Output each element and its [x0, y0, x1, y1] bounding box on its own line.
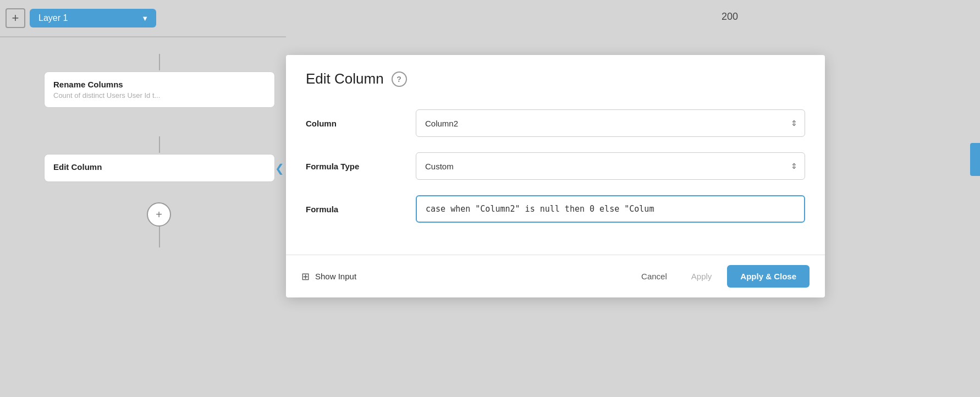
formula-field-row: Formula: [306, 195, 805, 223]
footer-actions: Cancel Apply Apply & Close: [632, 265, 810, 288]
right-panel-tab[interactable]: [970, 143, 980, 176]
formula-input[interactable]: [416, 195, 805, 223]
table-icon: ⊞: [301, 271, 310, 283]
connector-line-1: [159, 54, 160, 70]
column-number: 200: [722, 11, 738, 23]
column-select[interactable]: Column2: [416, 109, 805, 137]
apply-and-close-button[interactable]: Apply & Close: [727, 265, 810, 288]
edit-column-modal: Edit Column ? Column Column2 ⇕ Formula T…: [286, 55, 825, 297]
add-layer-button[interactable]: +: [5, 8, 25, 28]
formula-control: [416, 195, 805, 223]
layer-dropdown-arrow-icon: ▼: [141, 14, 148, 23]
show-input-label: Show Input: [315, 272, 356, 281]
edit-column-title: Edit Column: [53, 162, 266, 172]
formula-type-control: Custom ⇕: [416, 152, 805, 180]
top-bar: + Layer 1 ▼: [0, 0, 286, 37]
formula-type-label: Formula Type: [306, 162, 416, 171]
modal-header: Edit Column ?: [286, 55, 825, 98]
cancel-button[interactable]: Cancel: [632, 266, 676, 286]
rename-columns-title: Rename Columns: [53, 80, 266, 89]
rename-columns-node[interactable]: Rename Columns Count of distinct Users U…: [44, 71, 275, 108]
formula-type-field-row: Formula Type Custom ⇕: [306, 152, 805, 180]
layer-dropdown[interactable]: Layer 1 ▼: [30, 9, 156, 27]
rename-columns-subtitle: Count of distinct Users User Id t...: [53, 91, 266, 100]
column-control: Column2 ⇕: [416, 109, 805, 137]
apply-button[interactable]: Apply: [682, 266, 721, 286]
connector-line-2: [159, 136, 160, 153]
column-field-row: Column Column2 ⇕: [306, 109, 805, 137]
edit-column-node[interactable]: Edit Column ❮: [44, 154, 275, 182]
node-expand-arrow-icon: ❮: [275, 162, 284, 175]
layer-name-label: Layer 1: [38, 13, 68, 23]
formula-label: Formula: [306, 205, 416, 214]
modal-footer: ⊞ Show Input Cancel Apply Apply & Close: [286, 255, 825, 297]
formula-type-select[interactable]: Custom: [416, 152, 805, 180]
show-input-area[interactable]: ⊞ Show Input: [301, 271, 356, 283]
modal-title: Edit Column: [306, 70, 384, 87]
modal-body: Column Column2 ⇕ Formula Type Custom ⇕ F…: [286, 98, 825, 255]
help-icon[interactable]: ?: [392, 71, 407, 87]
add-step-button[interactable]: +: [147, 202, 171, 227]
column-label: Column: [306, 119, 416, 128]
